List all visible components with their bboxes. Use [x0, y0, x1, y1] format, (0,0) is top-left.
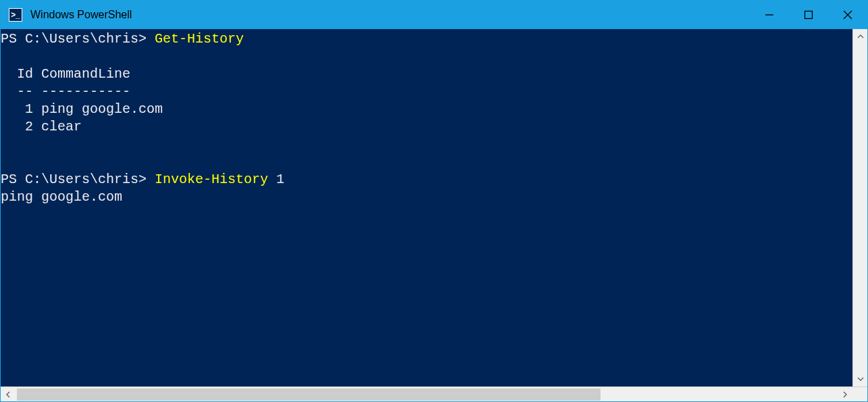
- terminal-segment: -- -----------: [1, 84, 130, 99]
- terminal-segment: Get-History: [155, 31, 244, 47]
- scroll-down-button[interactable]: [853, 372, 867, 386]
- scroll-left-button[interactable]: [1, 387, 16, 401]
- minimize-button[interactable]: [750, 1, 789, 29]
- vertical-scroll-track[interactable]: [853, 44, 867, 372]
- vertical-scrollbar[interactable]: [852, 29, 867, 386]
- terminal-segment: PS C:\Users\chris>: [1, 172, 155, 187]
- terminal-line: 2 clear: [1, 118, 852, 136]
- terminal-segment: Id CommandLine: [1, 66, 130, 82]
- terminal-line: PS C:\Users\chris> Get-History: [1, 30, 852, 48]
- terminal-segment: Invoke-History: [155, 172, 276, 187]
- titlebar[interactable]: >_ Windows PowerShell: [1, 1, 867, 29]
- powershell-window: >_ Windows PowerShell PS C:\Users\chris>…: [0, 0, 868, 402]
- terminal-line: [1, 48, 852, 66]
- scroll-up-button[interactable]: [853, 29, 867, 44]
- window-title: Windows PowerShell: [30, 9, 750, 21]
- terminal-segment: 1 ping google.com: [1, 101, 163, 117]
- horizontal-scroll-thumb[interactable]: [17, 388, 601, 401]
- horizontal-scrollbar[interactable]: [1, 386, 867, 401]
- terminal-segment: 1: [276, 172, 284, 187]
- powershell-icon-glyph: >_: [11, 10, 20, 20]
- terminal-output[interactable]: PS C:\Users\chris> Get-History Id Comman…: [1, 29, 852, 386]
- scroll-corner: [852, 387, 867, 401]
- terminal-line: [1, 136, 852, 153]
- maximize-button[interactable]: [789, 1, 828, 29]
- terminal-line: 1 ping google.com: [1, 101, 852, 118]
- terminal-line: PS C:\Users\chris> Invoke-History 1: [1, 171, 852, 189]
- powershell-icon: >_: [9, 8, 22, 22]
- horizontal-scroll-track[interactable]: [16, 387, 838, 401]
- terminal-line: -- -----------: [1, 83, 852, 101]
- terminal-line: Id CommandLine: [1, 66, 852, 83]
- terminal-line: ping google.com: [1, 189, 852, 206]
- window-controls: [750, 1, 867, 29]
- terminal-area: PS C:\Users\chris> Get-History Id Comman…: [1, 29, 867, 386]
- terminal-segment: ping google.com: [1, 189, 122, 205]
- terminal-segment: 2 clear: [1, 119, 82, 134]
- close-button[interactable]: [828, 1, 867, 29]
- scroll-right-button[interactable]: [838, 387, 852, 401]
- terminal-line: [1, 153, 852, 171]
- terminal-segment: PS C:\Users\chris>: [1, 31, 155, 47]
- svg-rect-1: [805, 11, 813, 19]
